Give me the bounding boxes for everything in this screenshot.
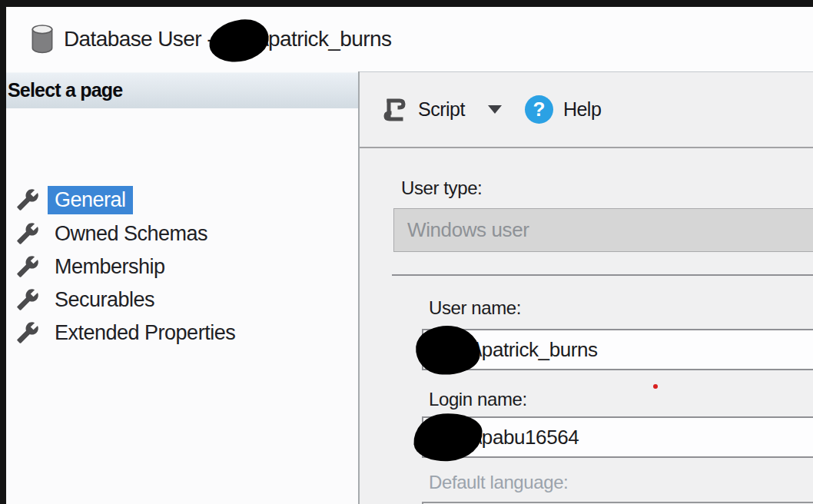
help-button[interactable]: Help [563, 98, 601, 121]
page-selector-sidebar: Select a page General Owned Schemas Memb… [6, 71, 358, 504]
default-language-label: Default language: [429, 472, 568, 493]
dialog-title: Database User -\patrick_burns [64, 27, 391, 51]
user-type-label: User type: [401, 177, 482, 199]
help-icon[interactable]: ? [525, 95, 553, 124]
dialog-title-suffix: \patrick_burns [263, 27, 391, 51]
sidebar-item-label: Extended Properties [48, 319, 242, 347]
database-icon [31, 25, 54, 54]
sidebar-item-label: Securables [48, 286, 161, 314]
script-button[interactable]: Script [418, 98, 465, 121]
sidebar-item-owned-schemas[interactable]: Owned Schemas [6, 217, 358, 250]
panel-toolbar: Script ? Help [360, 72, 813, 148]
wrench-icon [16, 321, 39, 344]
user-type-field: Windows user [393, 208, 813, 252]
script-dropdown-caret-icon[interactable] [488, 105, 502, 114]
dialog-title-prefix: Database User - [64, 27, 214, 51]
login-name-label: Login name: [429, 389, 527, 410]
wrench-icon [16, 288, 39, 311]
sidebar-header: Select a page [6, 72, 358, 108]
sidebar-item-general[interactable]: General [6, 184, 358, 216]
sidebar-item-extended-properties[interactable]: Extended Properties [6, 317, 358, 349]
sidebar-item-securables[interactable]: Securables [6, 284, 358, 316]
wrench-icon [16, 255, 39, 278]
red-dot-annotation [653, 384, 658, 389]
user-name-field[interactable]: \patrick_burns [422, 329, 813, 370]
wrench-icon [16, 222, 39, 245]
general-page-panel: Script ? Help User type: Windows user Us… [360, 71, 813, 504]
sidebar-item-label: General [48, 186, 133, 214]
script-icon[interactable] [381, 94, 407, 125]
wrench-icon [16, 188, 39, 211]
dialog-database-user: Database User -\patrick_burns Select a p… [0, 0, 813, 504]
section-separator [392, 274, 813, 276]
sidebar-item-label: Owned Schemas [48, 220, 214, 248]
redaction-mark-title [207, 16, 271, 65]
title-bar: Database User -\patrick_burns [6, 7, 813, 71]
sidebar-item-label: Membership [48, 253, 172, 281]
user-name-label: User name: [429, 297, 521, 319]
sidebar-item-membership[interactable]: Membership [6, 250, 358, 283]
